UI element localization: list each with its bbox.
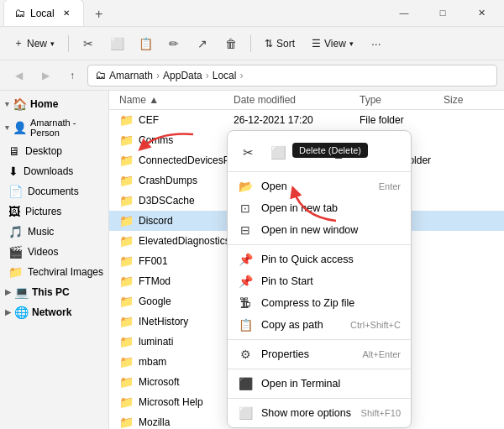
- copy-button[interactable]: ⬜: [104, 31, 129, 56]
- close-button[interactable]: ✕: [462, 0, 501, 26]
- sidebar-item-desktop[interactable]: 🖥Desktop: [2, 141, 107, 161]
- sidebar-item-label: Techviral Images: [28, 266, 103, 278]
- folder-icon: 📁: [119, 315, 134, 328]
- address-bar: ◀ ▶ ↑ 🗂 Amarnath › AppData › Local ›: [0, 60, 504, 91]
- cm-item-icon: ⚙: [238, 348, 253, 361]
- file-name-text: CEF: [139, 114, 159, 126]
- sidebar-item-label: Pictures: [25, 206, 61, 217]
- more-button[interactable]: ···: [364, 31, 389, 56]
- sidebar-section-home[interactable]: ▾ 🏠 Home: [0, 94, 108, 114]
- chevron-icon: ▾: [5, 100, 9, 108]
- folder-icon: 📁: [119, 113, 134, 127]
- cm-item-label: Compress to Zip file: [261, 297, 392, 309]
- chevron-icon-4: ▶: [5, 308, 11, 317]
- cm-item-icon: 🗜: [238, 296, 253, 310]
- back-button[interactable]: ◀: [7, 64, 30, 87]
- breadcrumb-current[interactable]: Local: [213, 70, 237, 81]
- cm-copy-button[interactable]: ⬜: [265, 139, 291, 166]
- tab-title: Local: [30, 8, 55, 19]
- context-menu-separator: [228, 339, 411, 340]
- cm-item-icon: ⬜: [238, 406, 253, 420]
- col-modified[interactable]: Date modified: [234, 94, 360, 106]
- sidebar-section-profile[interactable]: ▾ 👤 Amarnath - Person: [0, 114, 108, 141]
- file-name: 📁 ElevatedDiagnostics: [119, 234, 234, 248]
- file-name: 📁 Microsoft: [119, 375, 234, 389]
- breadcrumb-sep-2: ›: [206, 70, 209, 81]
- folder-icon: 📁: [119, 416, 134, 429]
- folder-icon: 📁: [8, 265, 23, 279]
- new-tab-button[interactable]: +: [87, 3, 111, 26]
- cm-item-shortcut: Enter: [379, 181, 401, 191]
- folder-icon: 🖥: [8, 144, 20, 158]
- sidebar-item-documents[interactable]: 📄Documents: [2, 181, 107, 201]
- sort-button[interactable]: ⇅ Sort: [258, 31, 302, 56]
- folder-icon: 📁: [119, 254, 134, 268]
- file-list-header: Name ▲ Date modified Type Size: [109, 91, 504, 110]
- sidebar-item-videos[interactable]: 🎬Videos: [2, 242, 107, 262]
- new-button[interactable]: ＋ New ▾: [7, 31, 61, 56]
- folder-icon: 📁: [119, 154, 134, 167]
- sidebar-item-downloads[interactable]: ⬇Downloads: [2, 161, 107, 181]
- file-name: 📁 mbam: [119, 355, 234, 369]
- paste-button[interactable]: 📋: [133, 31, 158, 56]
- sidebar-item-label: Documents: [28, 186, 79, 197]
- breadcrumb-mid[interactable]: AppData: [163, 70, 202, 81]
- folder-icon: ⬇: [8, 165, 18, 178]
- file-name-text: D3DSCache: [139, 195, 195, 207]
- file-name-text: FTMod: [139, 275, 171, 287]
- cm-item-compress-to-zip-file[interactable]: 🗜 Compress to Zip file: [228, 292, 411, 314]
- cm-item-open-in-terminal[interactable]: ⬛ Open in Terminal: [228, 373, 411, 395]
- sidebar-item-techviral-images[interactable]: 📁Techviral Images: [2, 262, 107, 282]
- table-row[interactable]: 📁 CEF 26-12-2021 17:20 File folder: [109, 110, 504, 130]
- maximize-button[interactable]: □: [423, 0, 462, 26]
- share-button[interactable]: ↗: [190, 31, 215, 56]
- cm-item-copy-as-path[interactable]: 📋 Copy as path Ctrl+Shift+C: [228, 314, 411, 336]
- file-name-text: Mozilla: [139, 416, 170, 428]
- up-button[interactable]: ↑: [60, 64, 84, 87]
- cm-cut-button[interactable]: ✂: [234, 139, 261, 166]
- file-name: 📁 Discord: [119, 214, 234, 228]
- cm-item-show-more-options[interactable]: ⬜ Show more options Shift+F10: [228, 402, 411, 424]
- minimize-button[interactable]: —: [385, 0, 423, 26]
- cm-item-icon: 📌: [238, 253, 253, 266]
- local-tab[interactable]: 🗂 Local ✕: [3, 0, 84, 26]
- col-size[interactable]: Size: [444, 94, 494, 106]
- folder-icon: 🎵: [8, 225, 23, 238]
- file-name: 📁 Microsoft Help: [119, 395, 234, 409]
- cm-item-shortcut: Shift+F10: [361, 408, 401, 418]
- file-name-text: FF001: [139, 255, 168, 267]
- file-name: 📁 FF001: [119, 254, 234, 268]
- cm-item-pin-to-quick-access[interactable]: 📌 Pin to Quick access: [228, 249, 411, 270]
- cm-item-properties[interactable]: ⚙ Properties Alt+Enter: [228, 343, 411, 365]
- cm-item-label: Show more options: [261, 407, 353, 419]
- cut-button[interactable]: ✂: [76, 31, 101, 56]
- folder-icon: 📁: [119, 395, 134, 409]
- breadcrumb[interactable]: 🗂 Amarnath › AppData › Local ›: [87, 65, 497, 86]
- file-name-text: Google: [139, 296, 171, 307]
- cm-item-icon: ⬛: [238, 377, 253, 390]
- folder-icon: 📄: [8, 185, 23, 198]
- col-name[interactable]: Name ▲: [119, 94, 234, 106]
- breadcrumb-root[interactable]: Amarnath: [109, 70, 153, 81]
- col-type[interactable]: Type: [360, 94, 444, 106]
- cm-item-label: Pin to Quick access: [261, 254, 392, 265]
- cm-item-label: Properties: [261, 348, 354, 360]
- rename-button[interactable]: ✏: [161, 31, 186, 56]
- sidebar: ▾ 🏠 Home ▾ 👤 Amarnath - Person 🖥Desktop⬇…: [0, 91, 109, 429]
- sidebar-item-music[interactable]: 🎵Music: [2, 222, 107, 242]
- delete-tooltip: Delete (Delete): [292, 143, 368, 158]
- forward-button[interactable]: ▶: [34, 64, 57, 87]
- cm-item-icon: 📂: [238, 180, 253, 193]
- sidebar-section-thispc[interactable]: ▶ 💻 This PC: [0, 282, 108, 302]
- tab-close-button[interactable]: ✕: [60, 7, 73, 20]
- cm-item-pin-to-start[interactable]: 📌 Pin to Start: [228, 270, 411, 292]
- folder-icon: 📁: [119, 295, 134, 308]
- folder-icon: 📁: [119, 335, 134, 348]
- folder-icon: 📁: [119, 234, 134, 248]
- sidebar-item-pictures[interactable]: 🖼Pictures: [2, 201, 107, 222]
- delete-button[interactable]: 🗑: [218, 31, 244, 56]
- view-button[interactable]: ☰ View ▾: [305, 31, 360, 56]
- sidebar-section-network[interactable]: ▶ 🌐 Network: [0, 302, 108, 322]
- file-name-text: INetHistory: [139, 316, 188, 327]
- file-name: 📁 INetHistory: [119, 315, 234, 328]
